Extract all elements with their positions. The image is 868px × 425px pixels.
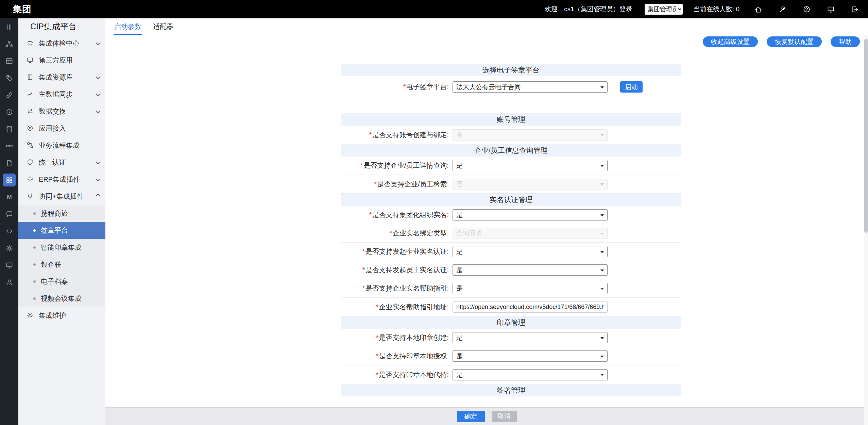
sidebar-item[interactable]: 业务流程集成 (18, 137, 105, 154)
select-wrap: 法大大公有云电子合同 (453, 81, 608, 93)
sidebar-item-label: ERP集成插件 (39, 175, 80, 184)
field-label: *是否支持印章本地授权: (341, 352, 449, 361)
settings-form: 选择电子签章平台*电子签章平台:法大大公有云电子合同启动账号管理*是否支持账号创… (341, 64, 681, 407)
welcome-text: 欢迎，cs1（集团管理员）登录 (545, 5, 632, 14)
field-label-text: 是否支持印章本地授权: (379, 352, 449, 360)
rail-item[interactable] (0, 52, 18, 69)
sidebar-subitem-label: 电子档案 (41, 277, 68, 286)
form-section: 签署管理 (341, 384, 681, 407)
puzzle-icon (27, 176, 34, 183)
field-control: 是 (453, 264, 608, 276)
sidebar-item[interactable]: 数据交换 (18, 103, 105, 120)
select-wrap: 查询回填 (453, 228, 608, 239)
field-control: 是 (453, 246, 608, 257)
sidebar-item[interactable]: ERP集成插件 (18, 171, 105, 188)
field-control: 是 (453, 283, 608, 294)
form-row: *是否支持企业/员工检索:否 (341, 175, 681, 193)
field-label: *是否支持企业实名帮助指引: (341, 284, 449, 293)
field-control: 是 (453, 209, 608, 220)
ok-button[interactable]: 确定 (457, 411, 485, 422)
toolbar-button-2[interactable]: 帮助 (831, 36, 860, 47)
sidebar-title: CIP集成平台 (18, 18, 105, 35)
rail-item[interactable] (0, 171, 18, 189)
sidebar-item-label: 集成维护 (39, 311, 66, 320)
field-label: *是否支持发起企业实名认证: (341, 247, 449, 256)
rail-item[interactable] (0, 103, 18, 120)
form-row: *是否支持发起员工实名认证:是 (341, 261, 681, 279)
sidebar-item[interactable]: 协同+集成插件 (18, 188, 105, 205)
field-select[interactable]: 法大大公有云电子合同 (453, 81, 608, 93)
scrollbar-thumb[interactable] (864, 39, 868, 233)
field-select[interactable]: 是 (453, 332, 608, 343)
rail-item[interactable] (0, 274, 18, 291)
rail-item[interactable] (0, 240, 18, 257)
sidebar-subitem[interactable]: 携程商旅 (18, 205, 105, 222)
bullet-icon (33, 263, 36, 266)
field-select[interactable]: 是 (453, 209, 608, 220)
field-select[interactable]: 是 (453, 246, 608, 257)
sidebar-item[interactable]: 统一认证 (18, 154, 105, 171)
form-row: *是否支持印章本地授权:是 (341, 347, 681, 365)
field-select[interactable]: 是 (453, 264, 608, 276)
field-select[interactable]: 是 (453, 369, 608, 380)
sidebar-item-label: 集成体检中心 (39, 39, 80, 48)
cancel-button[interactable]: 取消 (492, 411, 517, 422)
field-select[interactable]: 是 (453, 350, 608, 362)
rail-item[interactable] (0, 18, 18, 35)
rail-item[interactable] (0, 120, 18, 137)
select-wrap: 是 (453, 283, 608, 294)
sidebar-subitem[interactable]: 电子档案 (18, 273, 105, 290)
help-icon[interactable] (803, 5, 811, 13)
rail-item[interactable] (0, 206, 18, 223)
launch-button[interactable]: 启动 (620, 81, 643, 93)
rail-item[interactable] (0, 257, 18, 274)
field-control: 查询回填 (453, 228, 608, 239)
rail-item[interactable] (0, 86, 18, 103)
field-control (453, 301, 608, 313)
form-section: 账号管理*是否支持账号创建与绑定:否 (341, 113, 681, 144)
rail-item[interactable]: M (0, 189, 18, 206)
sidebar-item-label: 协同+集成插件 (39, 192, 84, 201)
home-icon[interactable] (754, 5, 762, 13)
tab-0[interactable]: 启动参数 (114, 18, 142, 35)
sidebar-item[interactable]: 集成资源库 (18, 69, 105, 86)
field-input[interactable] (453, 301, 608, 313)
field-control: 法大大公有云电子合同启动 (453, 81, 643, 93)
vertical-scrollbar[interactable] (864, 35, 868, 425)
logout-icon[interactable] (851, 5, 859, 13)
sidebar-item[interactable]: 主数据同步 (18, 86, 105, 103)
toolbar-button-0[interactable]: 收起高级设置 (703, 36, 758, 47)
sidebar-item[interactable]: 应用接入 (18, 120, 105, 137)
chat-icon (3, 208, 16, 220)
sidebar-item-label: 统一认证 (39, 158, 66, 167)
field-select: 否 (453, 129, 608, 141)
rail-item[interactable] (0, 154, 18, 171)
toolbar-button-1[interactable]: 恢复默认配置 (767, 36, 822, 47)
rail-item[interactable] (0, 137, 18, 154)
sidebar-item[interactable]: 第三方应用 (18, 52, 105, 69)
rail-item[interactable] (0, 69, 18, 86)
field-select[interactable]: 是 (453, 283, 608, 294)
required-asterisk: * (369, 131, 372, 138)
sidebar-subitem[interactable]: 视频会议集成 (18, 290, 105, 307)
role-select[interactable]: 集团管理员 (645, 4, 683, 15)
main-area: 启动参数适配器 收起高级设置恢复默认配置帮助 选择电子签章平台*电子签章平台:法… (105, 18, 868, 425)
tab-1[interactable]: 适配器 (152, 18, 174, 35)
rail-item[interactable] (0, 223, 18, 240)
field-label-text: 是否支持企业实名帮助指引: (365, 284, 449, 292)
wrench-icon[interactable] (779, 5, 786, 13)
chevron-up-icon (96, 194, 100, 198)
field-label-text: 电子签章平台: (406, 83, 449, 91)
sidebar-item[interactable]: 集成维护 (18, 307, 105, 324)
sidebar-subitem[interactable]: 银企联 (18, 256, 105, 273)
field-select[interactable]: 是 (453, 160, 608, 171)
form-section: 企业/员工信息查询管理*是否支持企业/员工详情查询:是*是否支持企业/员工检索:… (341, 144, 681, 194)
rail-item[interactable] (0, 35, 18, 52)
monitor-icon[interactable] (827, 5, 835, 13)
select-wrap: 是 (453, 332, 608, 343)
sidebar-subitem[interactable]: 智能印章集成 (18, 239, 105, 256)
select-wrap: 是 (453, 160, 608, 171)
field-label-text: 是否支持企业/员工检索: (377, 180, 449, 188)
sidebar-subitem-selected[interactable]: 签章平台 (18, 222, 105, 239)
sidebar-item[interactable]: 集成体检中心 (18, 35, 105, 52)
